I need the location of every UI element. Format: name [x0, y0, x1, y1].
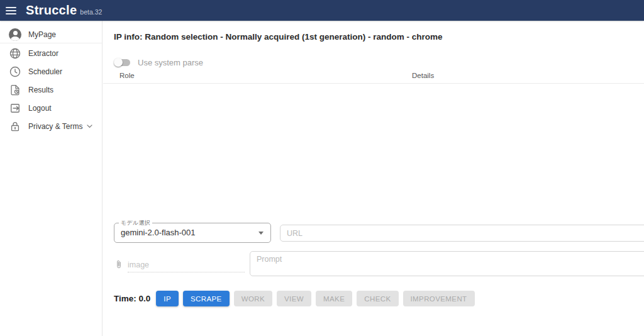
view-button[interactable]: VIEW	[277, 291, 311, 306]
page-title: IP info: Random selection - Normally acq…	[114, 32, 443, 42]
scrape-button[interactable]: SCRAPE	[183, 291, 230, 306]
main-content: IP info: Random selection - Normally acq…	[103, 21, 644, 336]
column-header-role: Role	[119, 72, 135, 79]
toggle-label: Use system parse	[138, 58, 203, 67]
sidebar-item-label: MyPage	[28, 30, 56, 39]
column-header-details: Details	[412, 72, 434, 79]
table-header: Role Details	[103, 70, 644, 84]
work-button[interactable]: WORK	[234, 291, 272, 306]
toggle-thumb	[114, 58, 123, 67]
model-select-value: gemini-2.0-flash-001	[121, 223, 196, 242]
time-label: Time: 0.0	[114, 294, 150, 303]
ip-button[interactable]: IP	[156, 291, 179, 306]
app-window: Struccle beta.32 MyPage Extractor	[0, 0, 644, 336]
lock-icon	[9, 120, 21, 133]
globe-icon	[9, 47, 21, 60]
model-select[interactable]: モデル選択 gemini-2.0-flash-001	[114, 223, 271, 243]
sidebar: MyPage Extractor Scheduler	[0, 21, 103, 336]
sidebar-item-label: Logout	[28, 104, 52, 113]
file-clock-icon	[9, 84, 21, 96]
url-input[interactable]	[280, 225, 644, 242]
improvement-button[interactable]: IMPROVEMENT	[403, 291, 475, 306]
dropdown-arrow-icon	[258, 232, 264, 235]
sidebar-divider	[0, 43, 102, 43]
menu-icon[interactable]	[6, 7, 16, 14]
image-input-label: image	[128, 260, 245, 272]
brand: Struccle beta.32	[26, 3, 102, 18]
sidebar-item-privacy-terms[interactable]: Privacy & Terms	[0, 117, 102, 135]
app-header: Struccle beta.32	[0, 0, 644, 21]
sidebar-item-scheduler[interactable]: Scheduler	[0, 62, 102, 81]
image-file-input[interactable]: image	[114, 259, 245, 272]
check-button[interactable]: CHECK	[357, 291, 398, 306]
sidebar-item-label: Privacy & Terms	[28, 122, 82, 131]
paperclip-icon	[114, 259, 124, 273]
app-title: Struccle	[26, 3, 77, 18]
use-system-parse-toggle[interactable]	[115, 58, 130, 67]
clock-icon	[9, 65, 21, 78]
actions-row: Time: 0.0 IP SCRAPE WORK VIEW MAKE CHECK…	[114, 291, 479, 306]
sidebar-item-label: Results	[28, 86, 53, 94]
logout-icon	[9, 102, 21, 115]
chevron-down-icon[interactable]	[86, 122, 94, 130]
sidebar-item-label: Scheduler	[28, 67, 62, 76]
app-version: beta.32	[80, 8, 102, 16]
sidebar-item-mypage[interactable]: MyPage	[0, 26, 102, 43]
prompt-input[interactable]	[250, 251, 644, 276]
sidebar-item-logout[interactable]: Logout	[0, 99, 102, 117]
sidebar-item-results[interactable]: Results	[0, 81, 102, 99]
sidebar-item-label: Extractor	[28, 49, 58, 58]
use-system-parse-row: Use system parse	[115, 57, 203, 67]
avatar-icon	[9, 28, 21, 41]
make-button[interactable]: MAKE	[316, 291, 352, 306]
sidebar-item-extractor[interactable]: Extractor	[0, 44, 102, 62]
